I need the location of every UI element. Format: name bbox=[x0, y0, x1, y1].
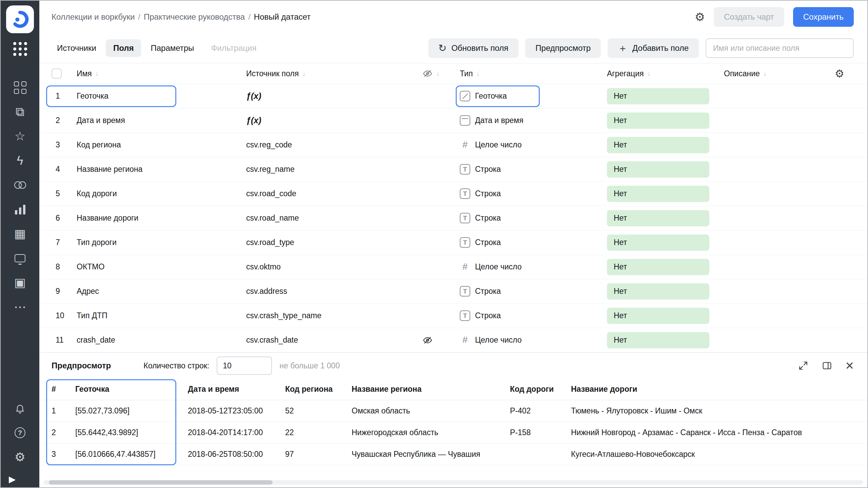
field-name[interactable]: Название дороги bbox=[77, 214, 246, 223]
breadcrumb-separator: / bbox=[248, 12, 251, 21]
field-type[interactable]: TСтрока bbox=[460, 164, 607, 175]
help-icon[interactable]: ? bbox=[6, 421, 34, 445]
field-row[interactable]: 8ОКТМОcsv.oktmo#Целое числоНет bbox=[39, 255, 867, 279]
field-name[interactable]: Код дороги bbox=[77, 189, 246, 198]
save-button[interactable]: Сохранить bbox=[793, 7, 854, 27]
field-row[interactable]: 3Код регионаcsv.reg_code#Целое числоНет bbox=[39, 133, 867, 157]
dashboards-icon[interactable] bbox=[6, 75, 34, 100]
field-row[interactable]: 11crash_datecsv.crash_date#Целое числоНе… bbox=[39, 328, 867, 352]
datasets-icon[interactable] bbox=[6, 173, 34, 197]
field-name[interactable]: Адрес bbox=[77, 287, 246, 296]
charts-icon[interactable] bbox=[6, 197, 34, 222]
tab-Фильтрация[interactable]: Фильтрация bbox=[203, 39, 264, 57]
column-header-source[interactable]: Источник поля ↓ bbox=[246, 69, 422, 78]
preview-cell: 3 bbox=[52, 450, 75, 459]
column-header-type[interactable]: Тип ↓ bbox=[460, 69, 607, 78]
field-type[interactable]: #Целое число bbox=[460, 140, 607, 150]
field-type[interactable]: TСтрока bbox=[460, 286, 607, 297]
breadcrumb-item[interactable]: Коллекции и воркбуки bbox=[52, 12, 135, 21]
field-type[interactable]: TСтрока bbox=[460, 237, 607, 248]
field-row[interactable]: 4Название регионаcsv.reg_nameTСтрокаНет bbox=[39, 157, 867, 182]
breadcrumb: Коллекции и воркбуки/Практические руково… bbox=[52, 12, 311, 22]
aggregation-select[interactable]: Нет bbox=[607, 113, 709, 129]
row-number: 7 bbox=[52, 238, 77, 247]
close-icon[interactable]: × bbox=[845, 359, 854, 373]
aggregation-select[interactable]: Нет bbox=[607, 210, 709, 226]
tab-Параметры[interactable]: Параметры bbox=[143, 39, 201, 57]
aggregation-select[interactable]: Нет bbox=[607, 332, 709, 348]
breadcrumb-item[interactable]: Практические руководства bbox=[144, 12, 245, 21]
string-icon: T bbox=[460, 213, 470, 223]
field-type[interactable]: #Целое число bbox=[460, 335, 607, 345]
field-type[interactable]: #Целое число bbox=[460, 262, 607, 272]
preview-cell: Р-158 bbox=[510, 428, 571, 437]
field-name[interactable]: crash_date bbox=[77, 336, 246, 345]
sidebar-expand-icon[interactable]: ▶ bbox=[9, 474, 16, 485]
column-header-visibility[interactable]: ↓ bbox=[422, 68, 460, 79]
split-view-icon[interactable] bbox=[822, 360, 832, 371]
datalens-logo[interactable] bbox=[6, 5, 34, 33]
favorites-icon[interactable]: ☆ bbox=[6, 124, 34, 148]
add-field-button[interactable]: ＋ Добавить поле bbox=[608, 38, 699, 58]
field-row[interactable]: 6Название дорогиcsv.road_nameTСтрокаНет bbox=[39, 206, 867, 230]
select-all-checkbox[interactable] bbox=[52, 68, 62, 79]
tab-Поля[interactable]: Поля bbox=[106, 39, 141, 57]
aggregation-select[interactable]: Нет bbox=[607, 161, 709, 178]
field-row[interactable]: 2Дата и времяƒ(x)Дата и времяНет bbox=[39, 108, 867, 133]
more-icon[interactable]: ⋯ bbox=[6, 295, 34, 319]
preview-cell: 1 bbox=[52, 406, 75, 415]
field-row[interactable]: 1Геоточкаƒ(x)ГеоточкаНет bbox=[39, 84, 867, 108]
workbooks-icon[interactable]: ⧉ bbox=[6, 100, 34, 124]
tables-icon[interactable]: ▦ bbox=[6, 222, 34, 246]
field-name[interactable]: Название региона bbox=[77, 165, 246, 174]
field-visibility-cell[interactable] bbox=[422, 335, 460, 345]
table-settings-icon[interactable]: ⚙ bbox=[835, 67, 854, 80]
field-name[interactable]: Тип ДТП bbox=[77, 311, 246, 320]
field-name[interactable]: Тип дороги bbox=[77, 238, 246, 247]
field-name[interactable]: Дата и время bbox=[77, 116, 246, 125]
aggregation-select[interactable]: Нет bbox=[607, 137, 709, 153]
tab-Источники[interactable]: Источники bbox=[50, 39, 104, 57]
aggregation-select[interactable]: Нет bbox=[607, 308, 709, 324]
field-type[interactable]: TСтрока bbox=[460, 188, 607, 199]
column-header-name[interactable]: Имя ↓ bbox=[77, 69, 246, 78]
field-type[interactable]: Геоточка bbox=[460, 91, 607, 101]
aggregation-select[interactable]: Нет bbox=[607, 186, 709, 202]
aggregation-select[interactable]: Нет bbox=[607, 283, 709, 300]
dataset-settings-icon[interactable]: ⚙ bbox=[695, 11, 705, 23]
connections-icon[interactable]: ϟ bbox=[6, 148, 34, 173]
field-row[interactable]: 7Тип дорогиcsv.road_typeTСтрокаНет bbox=[39, 230, 867, 255]
field-row[interactable]: 5Код дорогиcsv.road_codeTСтрокаНет bbox=[39, 182, 867, 206]
settings-icon[interactable]: ⚙ bbox=[6, 445, 34, 469]
field-name[interactable]: ОКТМО bbox=[77, 262, 246, 271]
scrollbar-thumb[interactable] bbox=[49, 480, 273, 485]
field-type[interactable]: TСтрока bbox=[460, 213, 607, 223]
scrollbar-track[interactable] bbox=[43, 480, 863, 485]
field-source: csv.road_type bbox=[246, 238, 422, 247]
column-header-aggregation[interactable]: Агрегация ↓ bbox=[607, 69, 724, 78]
sort-down-icon: ↓ bbox=[95, 69, 99, 78]
field-row[interactable]: 10Тип ДТПcsv.crash_type_nameTСтрокаНет bbox=[39, 304, 867, 328]
field-type[interactable]: TСтрока bbox=[460, 310, 607, 321]
aggregation-select[interactable]: Нет bbox=[607, 259, 709, 275]
refresh-fields-button[interactable]: ↻ Обновить поля bbox=[428, 38, 518, 58]
storage-icon[interactable]: ▣ bbox=[6, 270, 34, 295]
create-chart-button[interactable]: Создать чарт bbox=[714, 7, 784, 27]
monitoring-icon[interactable] bbox=[6, 246, 34, 270]
preview-cell: Кугеси-Атлашево-Новочебоксарск bbox=[571, 450, 854, 459]
aggregation-select[interactable]: Нет bbox=[607, 235, 709, 251]
apps-grid-icon[interactable] bbox=[6, 37, 34, 61]
row-count-input[interactable] bbox=[217, 357, 272, 375]
field-search-input[interactable] bbox=[706, 38, 854, 58]
field-row[interactable]: 9Адресcsv.addressTСтрокаНет bbox=[39, 279, 867, 304]
fields-table-body: 1Геоточкаƒ(x)ГеоточкаНет2Дата и времяƒ(x… bbox=[39, 84, 867, 352]
field-name[interactable]: Геоточка bbox=[77, 92, 246, 101]
preview-button[interactable]: Предпросмотр bbox=[525, 38, 601, 58]
expand-icon[interactable] bbox=[798, 360, 809, 371]
field-name[interactable]: Код региона bbox=[77, 140, 246, 149]
hidden-field-icon[interactable] bbox=[422, 335, 433, 345]
aggregation-select[interactable]: Нет bbox=[607, 88, 709, 104]
column-header-description[interactable]: Описание ↓ bbox=[724, 69, 835, 78]
bell-icon[interactable] bbox=[6, 396, 34, 421]
field-type[interactable]: Дата и время bbox=[460, 115, 607, 126]
